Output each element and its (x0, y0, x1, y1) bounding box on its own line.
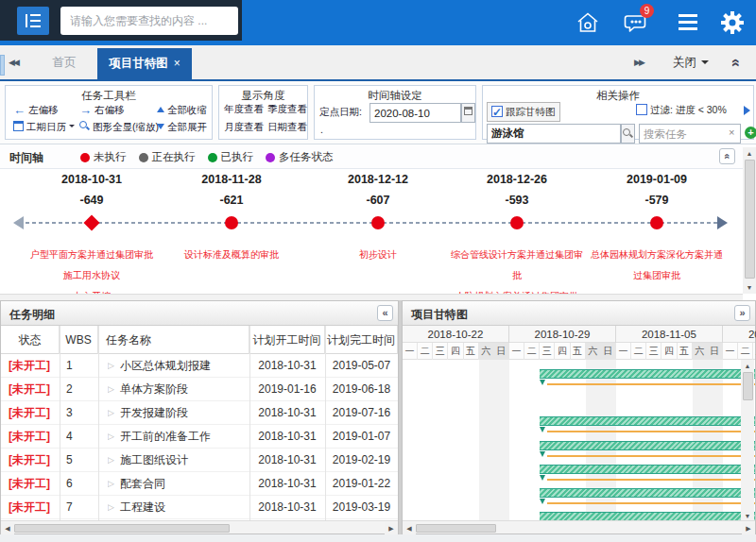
timeline-milestone-dot[interactable] (225, 216, 238, 229)
collapse-all-button[interactable]: 全部收缩 (157, 103, 207, 117)
task-detail-header: 任务明细 « (1, 301, 398, 326)
collapse-header-icon[interactable]: « (728, 59, 745, 66)
clear-search-icon[interactable]: × (729, 127, 734, 138)
task-name: ▷单体方案阶段 (108, 378, 249, 401)
task-table-body: [未开工]1▷小区总体规划报建2018-10-312019-05-07[未开工]… (1, 354, 398, 522)
keyword-search-button[interactable] (621, 124, 635, 144)
gantt-task-bar[interactable] (540, 465, 755, 474)
gantt-baseline (547, 383, 755, 385)
tab-close-icon[interactable]: × (174, 57, 180, 70)
close-tabs-dropdown[interactable]: 关闭 (673, 45, 709, 79)
add-icon[interactable]: + (745, 127, 756, 139)
task-table-hscrollbar[interactable]: ◀ ▶ (1, 520, 398, 534)
gantt-vertical-scrollbar[interactable]: ▲ ▼ (741, 360, 754, 522)
gantt-panel-title: 项目甘特图 (411, 307, 468, 323)
zoom-fit-button[interactable]: 图形全显(缩放) (79, 121, 159, 134)
timeline-arrow-left-icon[interactable] (7, 216, 24, 229)
tab-home[interactable]: 首页 (36, 45, 93, 79)
timeline-milestone-dot[interactable] (510, 216, 524, 229)
home-icon[interactable] (574, 8, 602, 37)
timeline-node-date: 2018-12-12 (321, 173, 435, 186)
gantt-day-label: 日 (601, 343, 616, 360)
progress-filter-checkbox[interactable]: 过滤: 进度 < 30% (636, 104, 727, 117)
task-wbs: 4 (66, 425, 94, 449)
task-finish-date: 2019-06-18 (325, 378, 398, 401)
anchor-date-input[interactable] (369, 103, 461, 123)
task-name: ▷小区总体规划报建 (108, 354, 249, 378)
task-toolbar-group: 任务工具栏 ← 左偏移 → 右偏移 全部收缩 工期日历 图形全显(缩放) 全部展… (5, 85, 213, 140)
gantt-task-bar[interactable] (540, 416, 755, 426)
gantt-task-bar[interactable] (540, 441, 755, 450)
task-finish-date: 2019-02-19 (325, 449, 398, 472)
view-angle-group: 显示角度 年度查看 季度查看 月度查看 日期查看 (218, 85, 308, 140)
checkbox-checked-icon[interactable] (491, 106, 503, 117)
track-gantt-toggle[interactable]: 跟踪甘特图 (487, 102, 560, 122)
timeline-milestone-diamond[interactable] (84, 215, 100, 231)
task-wbs: 2 (66, 378, 94, 401)
timeline-collapse-button[interactable]: « (719, 148, 735, 164)
apps-menu-icon[interactable] (675, 14, 703, 42)
task-finish-date: 2019-05-07 (325, 354, 398, 378)
arrow-left-icon: ← (13, 103, 26, 117)
gantt-progress-notch-icon (540, 451, 545, 460)
sidebar-toggle-button[interactable] (17, 7, 49, 35)
arrow-right-icon[interactable] (744, 106, 755, 115)
panel-collapse-left-button[interactable]: « (377, 305, 393, 321)
dot-label: . (320, 124, 323, 135)
gantt-baseline (547, 431, 755, 432)
timeline-milestone-dot[interactable] (371, 216, 385, 229)
timeline-node-labels: 设计标准及概算的审批 (165, 245, 298, 265)
table-row[interactable]: [未开工]3▷开发报建阶段2018-10-312019-07-16 (1, 401, 398, 425)
expand-triangle-icon[interactable]: ▷ (108, 432, 114, 441)
table-row[interactable]: [未开工]5▷施工图纸设计2018-10-312019-02-19 (1, 449, 398, 472)
task-start-date: 2018-10-31 (249, 449, 325, 472)
expand-triangle-icon[interactable]: ▷ (108, 502, 114, 512)
timeline-arrow-right-icon[interactable] (717, 216, 734, 229)
table-row[interactable]: [未开工]4▷开工前的准备工作2018-10-312019-01-07 (1, 425, 398, 449)
expand-all-button[interactable]: 全部展开 (157, 121, 207, 134)
gantt-task-bar[interactable] (540, 369, 755, 379)
settings-gear-icon[interactable] (718, 8, 747, 37)
table-row[interactable]: [未开工]2▷单体方案阶段2019-01-162019-06-18 (1, 378, 398, 401)
task-start-date: 2018-10-31 (249, 472, 325, 496)
timeline-node-offset: -621 (175, 194, 288, 207)
expand-triangle-icon[interactable]: ▷ (108, 408, 114, 417)
quarter-view-button[interactable]: 季度查看 (267, 103, 307, 116)
bottom-section: 任务明细 « 状态WBS任务名称计划开工时间计划完工时间 [未开工]1▷小区总体… (0, 300, 756, 534)
task-status: [未开工] (9, 496, 60, 519)
panel-expand-right-button[interactable]: » (734, 305, 750, 321)
legend-item: 正在执行 (139, 150, 196, 164)
timeline-body: 2018-10-31-649户型平面方案并通过集团审批施工用水协议土方开挖201… (0, 169, 743, 294)
gantt-horizontal-scrollbar[interactable]: ◀ ▶ (403, 520, 755, 534)
year-view-button[interactable]: 年度查看 (224, 103, 264, 116)
table-row[interactable]: [未开工]7▷工程建设2018-10-312019-03-19 (1, 496, 398, 519)
tab-gantt-active[interactable]: 项目甘特图× (97, 48, 192, 79)
gantt-day-label: 三 (646, 343, 662, 360)
tabs-scroll-right-icon[interactable]: ▶▶ (634, 58, 644, 67)
timeline-vertical-scrollbar[interactable]: ▲ ▼ (743, 147, 756, 294)
gantt-task-bar[interactable] (540, 488, 755, 498)
expand-triangle-icon[interactable]: ▷ (108, 384, 114, 394)
date-picker-button[interactable] (461, 103, 475, 123)
messages-icon[interactable]: 9 (624, 8, 652, 37)
tabs-scroll-left-icon[interactable]: ◀◀ (9, 58, 18, 67)
checkbox-icon[interactable] (636, 104, 647, 115)
timeline-milestone-dot[interactable] (650, 216, 663, 229)
expand-triangle-icon[interactable]: ▷ (108, 455, 114, 465)
month-view-button[interactable]: 月度查看 (224, 121, 264, 134)
schedule-calendar-button[interactable]: 工期日历 (13, 121, 75, 134)
table-row[interactable]: [未开工]1▷小区总体规划报建2018-10-312019-05-07 (1, 354, 398, 378)
task-wbs: 1 (66, 354, 94, 378)
move-right-button[interactable]: → 右偏移 (79, 103, 124, 117)
expand-triangle-icon[interactable]: ▷ (108, 361, 114, 370)
gantt-progress-notch-icon (540, 499, 545, 507)
global-search-input[interactable] (60, 7, 238, 35)
task-search-input[interactable] (639, 124, 741, 144)
table-row[interactable]: [未开工]6▷配套合同2018-10-312019-01-22 (1, 472, 398, 496)
move-left-button[interactable]: ← 左偏移 (13, 103, 58, 117)
day-view-button[interactable]: 日期查看 (267, 121, 307, 134)
keyword-input[interactable] (487, 124, 621, 144)
task-status: [未开工] (9, 449, 60, 472)
task-name-label: 小区总体规划报建 (120, 359, 211, 372)
expand-triangle-icon[interactable]: ▷ (108, 479, 114, 488)
